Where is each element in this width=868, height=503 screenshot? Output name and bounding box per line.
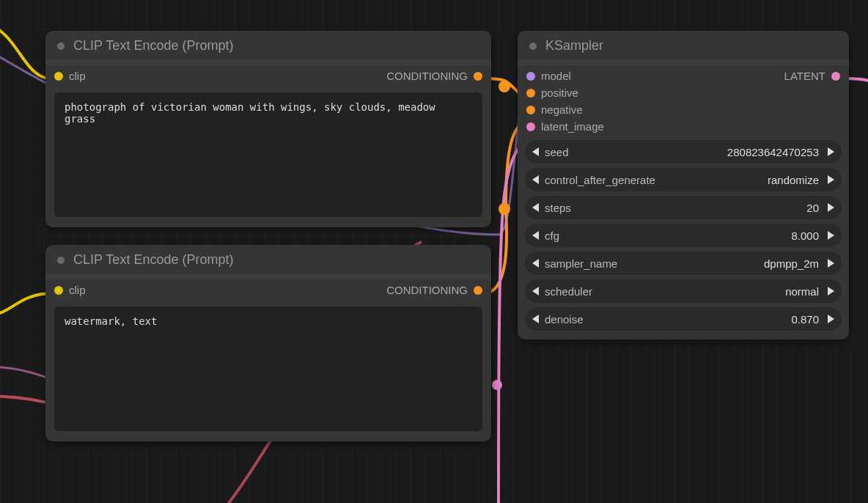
- arrow-left-icon[interactable]: [532, 315, 539, 323]
- param-value[interactable]: normal: [785, 285, 822, 298]
- output-port-latent[interactable]: LATENT: [784, 70, 840, 82]
- input-port-positive[interactable]: positive: [526, 87, 604, 99]
- arrow-left-icon[interactable]: [532, 147, 539, 156]
- input-port-clip[interactable]: clip: [54, 70, 86, 82]
- param-label: steps: [545, 202, 571, 214]
- port-label: negative: [541, 103, 583, 116]
- node-ksampler[interactable]: KSampler model positive negative latent_…: [518, 31, 849, 339]
- input-port-model[interactable]: model: [526, 70, 604, 82]
- param-steps[interactable]: steps 20: [525, 196, 842, 219]
- arrow-right-icon[interactable]: [828, 147, 834, 156]
- arrow-right-icon[interactable]: [828, 203, 834, 212]
- svg-point-2: [492, 380, 502, 390]
- port-dot-icon: [526, 122, 535, 131]
- port-label: positive: [541, 87, 578, 99]
- port-dot-icon: [474, 286, 482, 295]
- arrow-left-icon[interactable]: [532, 259, 539, 268]
- param-value[interactable]: 8.000: [791, 230, 822, 242]
- arrow-left-icon[interactable]: [532, 287, 539, 295]
- svg-point-1: [499, 203, 510, 215]
- arrow-right-icon[interactable]: [828, 231, 834, 240]
- port-dot-icon: [526, 106, 535, 114]
- port-dot-icon: [831, 72, 840, 81]
- node-title: CLIP Text Encode (Prompt): [73, 252, 233, 268]
- input-port-negative[interactable]: negative: [526, 103, 604, 116]
- port-dot-icon: [54, 286, 63, 295]
- arrow-left-icon[interactable]: [532, 203, 539, 212]
- node-clip-text-encode-negative[interactable]: CLIP Text Encode (Prompt) clip CONDITION…: [45, 245, 491, 441]
- param-value[interactable]: 20: [806, 202, 822, 214]
- param-cfg[interactable]: cfg 8.000: [525, 224, 842, 247]
- node-header[interactable]: KSampler: [518, 31, 849, 65]
- output-port-conditioning[interactable]: CONDITIONING: [386, 284, 482, 296]
- param-label: scheduler: [545, 285, 592, 298]
- output-port-conditioning[interactable]: CONDITIONING: [386, 70, 482, 82]
- input-port-latent-image[interactable]: latent_image: [526, 120, 604, 133]
- collapse-dot-icon[interactable]: [529, 43, 537, 50]
- node-title: KSampler: [545, 38, 603, 54]
- param-label: denoise: [545, 313, 584, 326]
- param-sampler-name[interactable]: sampler_name dpmpp_2m: [525, 252, 842, 275]
- param-scheduler[interactable]: scheduler normal: [525, 279, 842, 303]
- arrow-right-icon[interactable]: [828, 175, 834, 184]
- port-label: model: [541, 70, 571, 82]
- param-control-after-generate[interactable]: control_after_generate randomize: [525, 168, 842, 191]
- collapse-dot-icon[interactable]: [57, 257, 65, 264]
- param-seed[interactable]: seed 280823642470253: [525, 140, 842, 164]
- port-dot-icon: [526, 72, 535, 81]
- collapse-dot-icon[interactable]: [57, 43, 65, 50]
- port-label: latent_image: [541, 120, 604, 133]
- param-denoise[interactable]: denoise 0.870: [525, 307, 842, 331]
- port-dot-icon: [474, 72, 482, 81]
- param-value[interactable]: randomize: [768, 174, 822, 186]
- port-label: LATENT: [784, 70, 825, 82]
- arrow-left-icon[interactable]: [532, 175, 539, 184]
- prompt-text-input[interactable]: photograph of victorian woman with wings…: [54, 92, 482, 217]
- arrow-left-icon[interactable]: [532, 231, 539, 240]
- node-header[interactable]: CLIP Text Encode (Prompt): [45, 31, 491, 65]
- arrow-right-icon[interactable]: [828, 287, 834, 295]
- port-label: clip: [69, 284, 86, 296]
- param-label: seed: [545, 146, 569, 158]
- param-label: cfg: [545, 230, 559, 242]
- param-label: control_after_generate: [545, 174, 655, 186]
- port-label: CONDITIONING: [386, 70, 468, 82]
- param-value[interactable]: 0.870: [791, 313, 822, 326]
- node-title: CLIP Text Encode (Prompt): [73, 38, 233, 54]
- port-dot-icon: [54, 72, 63, 81]
- port-label: clip: [69, 70, 86, 82]
- port-label: CONDITIONING: [386, 284, 468, 296]
- node-clip-text-encode-positive[interactable]: CLIP Text Encode (Prompt) clip CONDITION…: [45, 31, 491, 227]
- arrow-right-icon[interactable]: [828, 259, 834, 268]
- param-value[interactable]: 280823642470253: [727, 146, 822, 158]
- svg-point-0: [499, 81, 510, 92]
- prompt-text-input[interactable]: watermark, text: [54, 306, 482, 431]
- param-label: sampler_name: [545, 257, 617, 270]
- node-header[interactable]: CLIP Text Encode (Prompt): [45, 245, 491, 279]
- arrow-right-icon[interactable]: [828, 315, 834, 323]
- input-port-clip[interactable]: clip: [54, 284, 86, 296]
- param-value[interactable]: dpmpp_2m: [764, 257, 822, 270]
- port-dot-icon: [526, 89, 535, 98]
